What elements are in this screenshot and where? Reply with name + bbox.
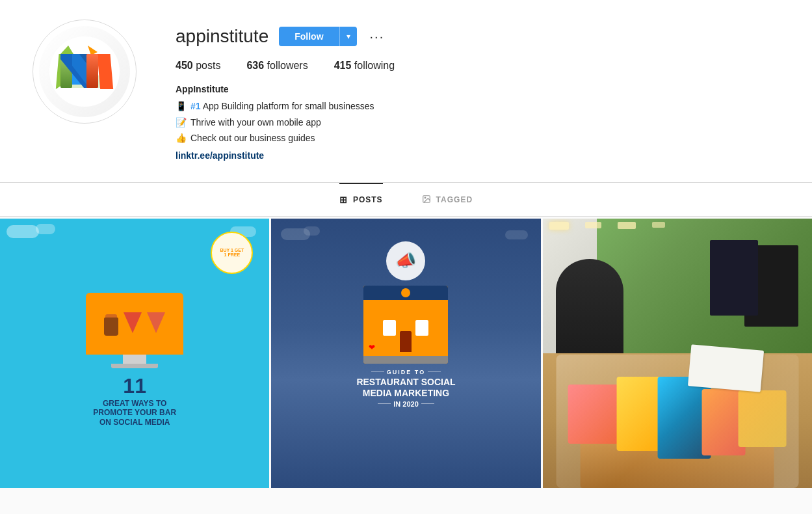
bio-text-3: Check out our business guides xyxy=(190,131,315,145)
post-2-title: GUIDE TO RESTAURANT SOCIALMEDIA MARKETIN… xyxy=(356,369,455,408)
stats-row: 450 posts 636 followers 415 following xyxy=(176,60,779,72)
following-count: 415 xyxy=(334,60,352,71)
bio-name: AppInstitute xyxy=(176,82,779,96)
post-1-badge: BUY 1 GET1 FREE xyxy=(220,248,244,258)
posts-grid: BUY 1 GET1 FREE xyxy=(0,217,812,488)
post-item-3[interactable] xyxy=(543,219,812,488)
following-label: following xyxy=(354,60,395,71)
bio-link[interactable]: linktr.ee/appinstitute xyxy=(176,148,779,163)
followers-label: followers xyxy=(267,60,308,71)
svg-point-6 xyxy=(425,197,426,198)
posts-count: 450 xyxy=(176,60,193,71)
more-options-button[interactable]: ··· xyxy=(367,29,387,44)
followers-stat[interactable]: 636 followers xyxy=(246,60,308,72)
username: appinstitute xyxy=(176,26,268,47)
bio-line-1: 📱 #1 App Building platform for small bus… xyxy=(176,99,779,113)
tabs-section: ⊞ POSTS TAGGED xyxy=(0,183,812,216)
post-item-1[interactable]: BUY 1 GET1 FREE xyxy=(0,219,269,488)
tagged-tab-icon xyxy=(422,195,431,206)
bio-text-2: Thrive with your own mobile app xyxy=(190,115,321,129)
profile-info: appinstitute Follow ▾ ··· 450 posts 636 … xyxy=(176,20,779,163)
post-1-title: 11 GREAT WAYS TOPROMOTE YOUR BARON SOCIA… xyxy=(93,373,176,427)
bio-section: AppInstitute 📱 #1 App Building platform … xyxy=(176,82,779,163)
follow-button[interactable]: Follow xyxy=(279,27,339,46)
tagged-tab-label: TAGGED xyxy=(436,195,473,204)
posts-label: posts xyxy=(196,60,220,71)
posts-tab-label: POSTS xyxy=(353,195,383,204)
tab-tagged[interactable]: TAGGED xyxy=(422,183,473,216)
following-stat[interactable]: 415 following xyxy=(334,60,395,72)
bio-emoji-1: 📱 xyxy=(176,99,187,113)
tab-posts[interactable]: ⊞ POSTS xyxy=(339,183,383,216)
profile-logo xyxy=(49,36,120,107)
bio-text-1: #1 App Building platform for small busin… xyxy=(190,99,374,113)
bio-emoji-2: 📝 xyxy=(176,115,187,129)
posts-section: BUY 1 GET1 FREE xyxy=(0,217,812,488)
profile-header: appinstitute Follow ▾ ··· xyxy=(176,26,779,47)
follow-dropdown-button[interactable]: ▾ xyxy=(339,27,357,46)
posts-tab-icon: ⊞ xyxy=(339,195,348,205)
posts-stat[interactable]: 450 posts xyxy=(176,60,220,72)
bio-emoji-3: 👍 xyxy=(176,131,187,145)
followers-count: 636 xyxy=(246,60,264,71)
follow-btn-group: Follow ▾ xyxy=(279,27,356,46)
svg-rect-4 xyxy=(86,54,98,88)
post-item-2[interactable]: 📣 ❤ xyxy=(271,219,540,488)
bio-line-3: 👍 Check out our business guides xyxy=(176,131,779,145)
bio-line-2: 📝 Thrive with your own mobile app xyxy=(176,115,779,129)
avatar xyxy=(33,20,137,124)
